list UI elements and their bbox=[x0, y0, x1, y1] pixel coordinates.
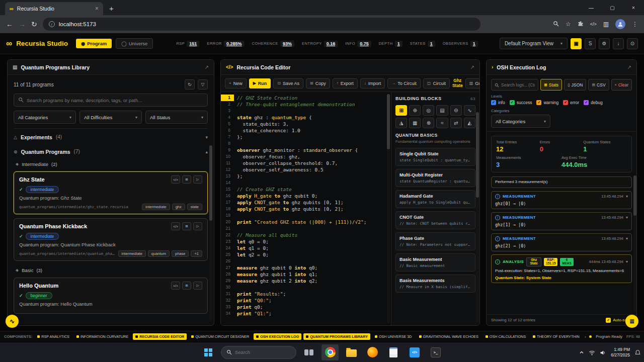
editor-new-button[interactable]: +New bbox=[225, 78, 247, 88]
log-search[interactable] bbox=[491, 79, 538, 90]
level-warning-checkbox[interactable]: ✓warning bbox=[536, 100, 558, 105]
building-block-icon[interactable]: ◭ bbox=[464, 118, 475, 128]
clear-button[interactable]: ×Clear bbox=[611, 79, 632, 90]
duplicate-button[interactable]: ⊞ bbox=[182, 175, 191, 184]
editor-circuit-button[interactable]: ◫Circuit bbox=[423, 78, 450, 88]
window-minimize-button[interactable]: — bbox=[581, 0, 602, 15]
difficulty-filter-select[interactable]: All Difficulties▾ bbox=[79, 111, 142, 124]
editor-run-button[interactable]: ▶Run bbox=[249, 78, 271, 88]
building-block-icon[interactable]: ⊖ bbox=[450, 105, 462, 116]
component-osh-universe-3d[interactable]: OSH UNIVERSE 3D bbox=[372, 333, 415, 340]
code-line[interactable]: 16apply H_gate to ghz qubit 0; bbox=[221, 193, 391, 199]
file-explorer-button[interactable] bbox=[343, 344, 360, 360]
code-line[interactable]: 4state ghz : quantum_type { bbox=[221, 114, 391, 121]
code-line[interactable]: 5 state_qubits: 3, bbox=[221, 121, 391, 127]
csv-button[interactable]: ▤CSV bbox=[588, 79, 609, 90]
chevron-down-icon[interactable]: ▾ bbox=[626, 259, 628, 264]
code-line[interactable]: 15// Create GHZ state bbox=[221, 186, 391, 193]
expand-icon[interactable]: ↗ bbox=[205, 64, 209, 70]
expand-icon[interactable]: ↗ bbox=[627, 64, 631, 70]
view-code-button[interactable]: </> bbox=[171, 222, 180, 230]
view-code-button[interactable]: </> bbox=[171, 282, 180, 290]
taskbar-search-input[interactable] bbox=[235, 349, 291, 355]
building-block-icon[interactable]: ▦ bbox=[409, 118, 421, 128]
code-line[interactable]: 19 bbox=[221, 212, 391, 219]
notepad-taskbar-button[interactable] bbox=[385, 344, 402, 360]
quick-menu-fab[interactable]: ≣ bbox=[625, 315, 638, 328]
code-line[interactable]: 30 bbox=[221, 284, 391, 291]
program-card-quantum-phase-kickback[interactable]: Quantum Phase Kickback </> ⊞ ▷ ✓ interme… bbox=[14, 218, 208, 261]
code-line[interactable]: 17apply CNOT_gate to ghz qubits [0, 1]; bbox=[221, 199, 391, 206]
view-code-button[interactable]: </> bbox=[171, 175, 180, 184]
code-line[interactable]: 12 observer_self_awareness: 0.5 bbox=[221, 166, 391, 173]
building-block-icon[interactable]: ▤ bbox=[436, 105, 448, 116]
chevron-down-icon[interactable]: ▾ bbox=[626, 215, 628, 220]
code-line[interactable]: 21 bbox=[221, 225, 391, 232]
log-entry-measurement[interactable]: iMEASUREMENT13:45:48.294▾ghz[2] → |0⟩ bbox=[491, 233, 632, 251]
level-info-checkbox[interactable]: ✓info bbox=[491, 100, 505, 105]
code-line[interactable]: 10 observer_focus: ghz, bbox=[221, 153, 391, 160]
status-filter-select[interactable]: All Status▾ bbox=[145, 111, 208, 124]
code-line[interactable]: 33print q0; bbox=[221, 304, 391, 310]
level-debug-checkbox[interactable]: ✓debug bbox=[584, 100, 603, 105]
code-line[interactable]: 28measure ghz qubit 1 into q1; bbox=[221, 271, 391, 278]
pulse-monitor-fab[interactable]: ∿ bbox=[6, 315, 19, 328]
component-rsp-analytics[interactable]: RSP ANALYTICS bbox=[35, 333, 72, 340]
taskbar-search[interactable] bbox=[221, 346, 296, 359]
address-bar[interactable]: i localhost:5173 bbox=[43, 18, 480, 31]
code-line[interactable]: 34print "Q1:"; bbox=[221, 310, 391, 317]
code-line[interactable]: 14 bbox=[221, 179, 391, 186]
log-search-input[interactable] bbox=[501, 82, 535, 87]
code-line[interactable]: 23let q0 = 0; bbox=[221, 238, 391, 245]
code-line[interactable]: 6 state_coherence: 1.0 bbox=[221, 127, 391, 134]
network-wifi-icon[interactable] bbox=[589, 349, 595, 356]
tab-close-icon[interactable]: × bbox=[95, 5, 99, 12]
component-osh-calculations[interactable]: OSH CALCULATIONS bbox=[483, 333, 528, 340]
clock[interactable]: 1:49 PM 6/27/2025 bbox=[611, 347, 630, 358]
building-block-icon[interactable]: ◎ bbox=[423, 105, 434, 116]
components-overflow-chevron[interactable]: › bbox=[585, 334, 586, 339]
chrome-taskbar-button[interactable] bbox=[321, 344, 339, 360]
power-button[interactable]: ⊙ bbox=[627, 38, 638, 49]
building-block-icon[interactable]: ⊕ bbox=[409, 105, 421, 116]
code-editor[interactable]: 1// GHZ State Creation2// Three-qubit en… bbox=[221, 92, 391, 325]
code-line[interactable]: 24let q1 = 0; bbox=[221, 245, 391, 251]
scrollbar[interactable] bbox=[387, 94, 390, 323]
back-button[interactable]: ← bbox=[6, 21, 13, 28]
run-program-button[interactable]: ▷ bbox=[193, 282, 202, 290]
component-recursia-code-editor[interactable]: RECURSIA CODE EDITOR bbox=[133, 333, 187, 340]
code-line[interactable]: 1// GHZ State Creation bbox=[221, 95, 391, 101]
code-line[interactable]: 11 observer_collapse_threshold: 0.7, bbox=[221, 160, 391, 166]
code-line[interactable]: 32print "Q0:"; bbox=[221, 297, 391, 304]
code-line[interactable]: 22// Measure all qubits bbox=[221, 232, 391, 238]
code-line[interactable]: 27measure ghz qubit 0 into q0; bbox=[221, 264, 391, 271]
category-filter-select[interactable]: All Categories▾ bbox=[14, 111, 76, 124]
block-item-single-qubit-state[interactable]: Single Qubit Statestate SingleQubit : qu… bbox=[395, 148, 475, 166]
s-button[interactable]: S bbox=[585, 38, 596, 49]
terminal-taskbar-button[interactable]: >_ bbox=[427, 344, 444, 360]
lock-button[interactable]: ▣ bbox=[571, 38, 582, 49]
building-block-icon[interactable]: ≈ bbox=[436, 118, 448, 128]
vscode-taskbar-button[interactable]: </> bbox=[406, 344, 423, 360]
code-line[interactable]: 2// Three-qubit entanglement demonstrati… bbox=[221, 101, 391, 108]
side-panel-icon[interactable]: ▥ bbox=[603, 21, 609, 27]
building-block-icon[interactable]: ∿ bbox=[464, 105, 475, 116]
building-block-icon[interactable]: ⊗ bbox=[423, 118, 434, 128]
reload-button[interactable]: ↻ bbox=[31, 21, 37, 28]
extensions-puzzle-icon[interactable] bbox=[578, 21, 584, 28]
code-line[interactable]: 29measure ghz qubit 2 into q2; bbox=[221, 278, 391, 284]
download-button[interactable]: ↓ bbox=[613, 38, 624, 49]
group-basic[interactable]: ◈ Basic (3) bbox=[14, 265, 208, 275]
run-program-button[interactable]: ▷ bbox=[193, 175, 202, 184]
profile-avatar[interactable] bbox=[615, 19, 625, 29]
browser-tab[interactable]: ∞ Recursia Studio × bbox=[5, 2, 103, 15]
start-button[interactable] bbox=[200, 344, 217, 360]
scrollbar[interactable] bbox=[209, 145, 212, 320]
search-icon[interactable] bbox=[553, 21, 559, 28]
notifications-bell-icon[interactable] bbox=[634, 349, 641, 356]
component-quantum-programs-library[interactable]: QUANTUM PROGRAMS LIBRARY bbox=[303, 333, 370, 340]
chevron-down-icon[interactable]: ▾ bbox=[626, 236, 628, 241]
building-block-icon[interactable]: ⇄ bbox=[450, 118, 462, 128]
editor-guide-button[interactable]: ▥ Guide bbox=[465, 78, 480, 88]
scrollbar[interactable] bbox=[476, 112, 479, 322]
